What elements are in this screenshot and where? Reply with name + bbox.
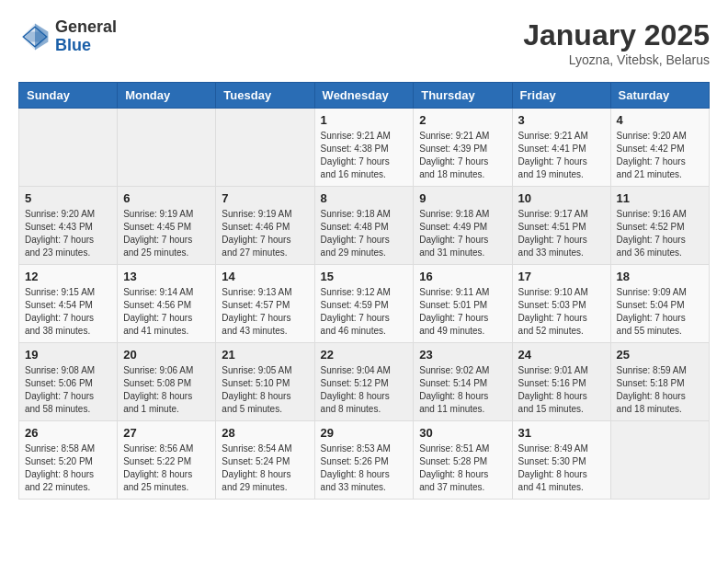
logo: General Blue	[18, 18, 117, 55]
calendar-table: SundayMondayTuesdayWednesdayThursdayFrid…	[18, 82, 710, 500]
logo-icon	[18, 20, 51, 53]
cell-sun-info: Sunrise: 9:02 AM Sunset: 5:14 PM Dayligh…	[419, 364, 506, 416]
day-number: 10	[518, 191, 605, 205]
calendar-cell: 15Sunrise: 9:12 AM Sunset: 4:59 PM Dayli…	[314, 265, 414, 343]
cell-sun-info: Sunrise: 8:49 AM Sunset: 5:30 PM Dayligh…	[518, 442, 605, 494]
cell-sun-info: Sunrise: 9:13 AM Sunset: 4:57 PM Dayligh…	[222, 286, 308, 338]
logo-general-text: General	[55, 18, 117, 37]
cell-sun-info: Sunrise: 9:04 AM Sunset: 5:12 PM Dayligh…	[321, 364, 408, 416]
calendar-cell: 31Sunrise: 8:49 AM Sunset: 5:30 PM Dayli…	[512, 421, 610, 500]
calendar-cell: 8Sunrise: 9:18 AM Sunset: 4:48 PM Daylig…	[314, 187, 414, 265]
week-row-2: 5Sunrise: 9:20 AM Sunset: 4:43 PM Daylig…	[19, 187, 710, 265]
calendar-cell	[118, 109, 216, 187]
day-header-thursday: Thursday	[414, 83, 512, 109]
week-row-5: 26Sunrise: 8:58 AM Sunset: 5:20 PM Dayli…	[19, 421, 710, 500]
cell-sun-info: Sunrise: 9:01 AM Sunset: 5:16 PM Dayligh…	[518, 364, 605, 416]
calendar-cell: 9Sunrise: 9:18 AM Sunset: 4:49 PM Daylig…	[414, 187, 512, 265]
month-year-title: January 2025	[523, 18, 710, 52]
cell-sun-info: Sunrise: 9:14 AM Sunset: 4:56 PM Dayligh…	[123, 286, 210, 338]
cell-sun-info: Sunrise: 9:16 AM Sunset: 4:52 PM Dayligh…	[617, 208, 703, 259]
cell-sun-info: Sunrise: 9:05 AM Sunset: 5:10 PM Dayligh…	[222, 364, 308, 416]
day-number: 28	[222, 426, 308, 440]
logo-blue-text: Blue	[55, 37, 117, 55]
location-subtitle: Lyozna, Vitebsk, Belarus	[523, 52, 710, 67]
calendar-cell: 7Sunrise: 9:19 AM Sunset: 4:46 PM Daylig…	[216, 187, 314, 265]
cell-sun-info: Sunrise: 9:18 AM Sunset: 4:49 PM Dayligh…	[419, 208, 506, 259]
week-row-4: 19Sunrise: 9:08 AM Sunset: 5:06 PM Dayli…	[19, 343, 710, 421]
calendar-cell: 6Sunrise: 9:19 AM Sunset: 4:45 PM Daylig…	[118, 187, 216, 265]
calendar-cell	[610, 421, 709, 500]
calendar-cell: 19Sunrise: 9:08 AM Sunset: 5:06 PM Dayli…	[19, 343, 118, 421]
calendar-cell: 21Sunrise: 9:05 AM Sunset: 5:10 PM Dayli…	[216, 343, 314, 421]
day-number: 3	[518, 113, 605, 127]
cell-sun-info: Sunrise: 9:17 AM Sunset: 4:51 PM Dayligh…	[518, 208, 605, 259]
calendar-cell: 26Sunrise: 8:58 AM Sunset: 5:20 PM Dayli…	[19, 421, 118, 500]
cell-sun-info: Sunrise: 9:12 AM Sunset: 4:59 PM Dayligh…	[321, 286, 408, 338]
cell-sun-info: Sunrise: 9:06 AM Sunset: 5:08 PM Dayligh…	[123, 364, 210, 416]
title-block: January 2025 Lyozna, Vitebsk, Belarus	[523, 18, 710, 67]
day-number: 11	[617, 191, 703, 205]
day-number: 9	[419, 191, 506, 205]
day-number: 14	[222, 270, 308, 283]
calendar-cell: 2Sunrise: 9:21 AM Sunset: 4:39 PM Daylig…	[414, 109, 512, 187]
calendar-cell: 4Sunrise: 9:20 AM Sunset: 4:42 PM Daylig…	[610, 109, 709, 187]
logo-text: General Blue	[55, 18, 117, 55]
day-number: 6	[123, 191, 210, 205]
cell-sun-info: Sunrise: 9:10 AM Sunset: 5:03 PM Dayligh…	[518, 286, 605, 338]
day-number: 12	[25, 270, 111, 283]
calendar-cell	[19, 109, 118, 187]
day-number: 29	[321, 426, 408, 440]
calendar-header-row: SundayMondayTuesdayWednesdayThursdayFrid…	[19, 83, 710, 109]
cell-sun-info: Sunrise: 9:19 AM Sunset: 4:46 PM Dayligh…	[222, 208, 308, 259]
day-number: 24	[518, 348, 605, 362]
day-header-monday: Monday	[118, 83, 216, 109]
calendar-cell: 10Sunrise: 9:17 AM Sunset: 4:51 PM Dayli…	[512, 187, 610, 265]
calendar-cell: 24Sunrise: 9:01 AM Sunset: 5:16 PM Dayli…	[512, 343, 610, 421]
calendar-cell: 16Sunrise: 9:11 AM Sunset: 5:01 PM Dayli…	[414, 265, 512, 343]
cell-sun-info: Sunrise: 9:08 AM Sunset: 5:06 PM Dayligh…	[25, 364, 111, 416]
day-number: 21	[222, 348, 308, 362]
cell-sun-info: Sunrise: 9:09 AM Sunset: 5:04 PM Dayligh…	[617, 286, 703, 338]
day-number: 4	[617, 113, 703, 127]
day-number: 7	[222, 191, 308, 205]
cell-sun-info: Sunrise: 9:11 AM Sunset: 5:01 PM Dayligh…	[419, 286, 506, 338]
calendar-cell: 17Sunrise: 9:10 AM Sunset: 5:03 PM Dayli…	[512, 265, 610, 343]
day-number: 15	[321, 270, 408, 283]
day-number: 1	[321, 113, 408, 127]
cell-sun-info: Sunrise: 9:21 AM Sunset: 4:39 PM Dayligh…	[419, 130, 506, 181]
week-row-1: 1Sunrise: 9:21 AM Sunset: 4:38 PM Daylig…	[19, 109, 710, 187]
calendar-cell: 18Sunrise: 9:09 AM Sunset: 5:04 PM Dayli…	[610, 265, 709, 343]
cell-sun-info: Sunrise: 8:51 AM Sunset: 5:28 PM Dayligh…	[419, 442, 506, 494]
day-number: 30	[419, 426, 506, 440]
day-header-wednesday: Wednesday	[314, 83, 414, 109]
day-number: 27	[123, 426, 210, 440]
calendar-cell: 22Sunrise: 9:04 AM Sunset: 5:12 PM Dayli…	[314, 343, 414, 421]
day-header-friday: Friday	[512, 83, 610, 109]
cell-sun-info: Sunrise: 8:56 AM Sunset: 5:22 PM Dayligh…	[123, 442, 210, 494]
day-number: 19	[25, 348, 111, 362]
cell-sun-info: Sunrise: 8:53 AM Sunset: 5:26 PM Dayligh…	[321, 442, 408, 494]
cell-sun-info: Sunrise: 9:21 AM Sunset: 4:38 PM Dayligh…	[321, 130, 408, 181]
calendar-cell: 11Sunrise: 9:16 AM Sunset: 4:52 PM Dayli…	[610, 187, 709, 265]
day-number: 20	[123, 348, 210, 362]
calendar-cell: 27Sunrise: 8:56 AM Sunset: 5:22 PM Dayli…	[118, 421, 216, 500]
day-number: 23	[419, 348, 506, 362]
page-header: General Blue January 2025 Lyozna, Vitebs…	[18, 18, 710, 67]
day-header-saturday: Saturday	[610, 83, 709, 109]
day-number: 18	[617, 270, 703, 283]
week-row-3: 12Sunrise: 9:15 AM Sunset: 4:54 PM Dayli…	[19, 265, 710, 343]
day-number: 16	[419, 270, 506, 283]
cell-sun-info: Sunrise: 9:20 AM Sunset: 4:43 PM Dayligh…	[25, 208, 111, 259]
day-number: 13	[123, 270, 210, 283]
cell-sun-info: Sunrise: 8:59 AM Sunset: 5:18 PM Dayligh…	[617, 364, 703, 416]
cell-sun-info: Sunrise: 9:18 AM Sunset: 4:48 PM Dayligh…	[321, 208, 408, 259]
day-number: 25	[617, 348, 703, 362]
calendar-cell: 20Sunrise: 9:06 AM Sunset: 5:08 PM Dayli…	[118, 343, 216, 421]
calendar-cell: 30Sunrise: 8:51 AM Sunset: 5:28 PM Dayli…	[414, 421, 512, 500]
cell-sun-info: Sunrise: 8:58 AM Sunset: 5:20 PM Dayligh…	[25, 442, 111, 494]
day-number: 8	[321, 191, 408, 205]
calendar-cell: 3Sunrise: 9:21 AM Sunset: 4:41 PM Daylig…	[512, 109, 610, 187]
day-header-sunday: Sunday	[19, 83, 118, 109]
calendar-cell: 5Sunrise: 9:20 AM Sunset: 4:43 PM Daylig…	[19, 187, 118, 265]
calendar-cell: 29Sunrise: 8:53 AM Sunset: 5:26 PM Dayli…	[314, 421, 414, 500]
